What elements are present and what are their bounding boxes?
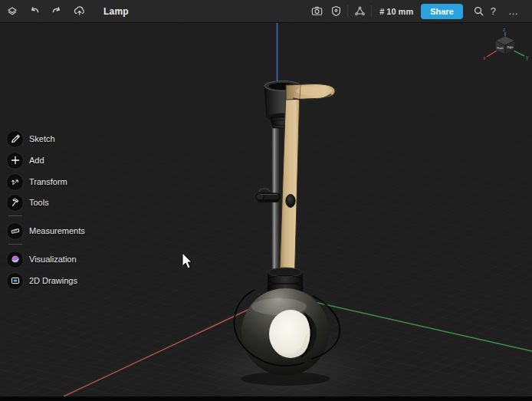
document-title[interactable]: Lamp [103, 6, 129, 17]
arm-mid-pivot [286, 195, 295, 208]
transform-arrows-icon [7, 174, 23, 190]
hammer-icon [7, 195, 23, 211]
help-button[interactable]: ? [491, 5, 496, 17]
share-button[interactable]: Share [421, 4, 463, 19]
sidebar-item-add[interactable]: Add [7, 150, 44, 171]
toolbar-separator [371, 5, 372, 17]
sidebar-item-sketch[interactable]: Sketch [7, 128, 55, 150]
sidebar-item-label: Transform [29, 177, 67, 186]
paddle-top-face [296, 86, 333, 95]
sidebar-item-tools[interactable]: Tools [7, 192, 49, 213]
cube-front-label: Front [498, 47, 504, 50]
shield-icon[interactable] [329, 5, 343, 18]
window-bottom-edge [0, 396, 532, 401]
plus-icon [7, 153, 23, 169]
sidebar-item-visualization[interactable]: Visualization [7, 248, 77, 270]
camera-icon[interactable] [310, 5, 323, 18]
viewport-canvas[interactable]: x y z Front Right [0, 0, 532, 401]
app-layers-icon[interactable] [5, 5, 19, 18]
sidebar-item-label: Sketch [29, 134, 55, 143]
axis-triad-icon[interactable] [353, 5, 366, 18]
sidebar-item-label: Measurements [29, 226, 85, 235]
sidebar-item-2d-drawings[interactable]: 2D Drawings [7, 270, 77, 291]
undo-icon[interactable] [28, 5, 41, 18]
sidebar-divider [8, 244, 22, 245]
drawing-sheet-icon [7, 273, 23, 289]
sidebar-item-transform[interactable]: Transform [7, 171, 67, 192]
sidebar-item-label: Visualization [29, 255, 77, 264]
cube-right-label: Right [507, 46, 514, 49]
cube-z-label: z [503, 27, 506, 32]
top-toolbar: Lamp # 10 mm Share [0, 0, 532, 23]
sidebar-item-label: 2D Drawings [29, 276, 77, 285]
sync-upload-icon[interactable] [72, 5, 86, 18]
more-menu-button[interactable]: … [508, 5, 519, 17]
sidebar-item-label: Add [29, 156, 44, 165]
sidebar-item-measurements[interactable]: Measurements [7, 220, 85, 242]
pencil-icon [7, 131, 23, 147]
cube-x-label: x [483, 55, 486, 61]
sidebar-divider [8, 215, 22, 216]
grid-size-indicator[interactable]: # 10 mm [379, 7, 413, 16]
toolbar-separator [347, 5, 348, 17]
search-icon[interactable] [472, 5, 486, 18]
cube-y-label: y [526, 54, 529, 61]
sidebar-item-label: Tools [29, 198, 49, 207]
material-sphere-icon [7, 251, 23, 268]
ruler-icon [7, 223, 23, 239]
redo-icon[interactable] [50, 5, 64, 18]
